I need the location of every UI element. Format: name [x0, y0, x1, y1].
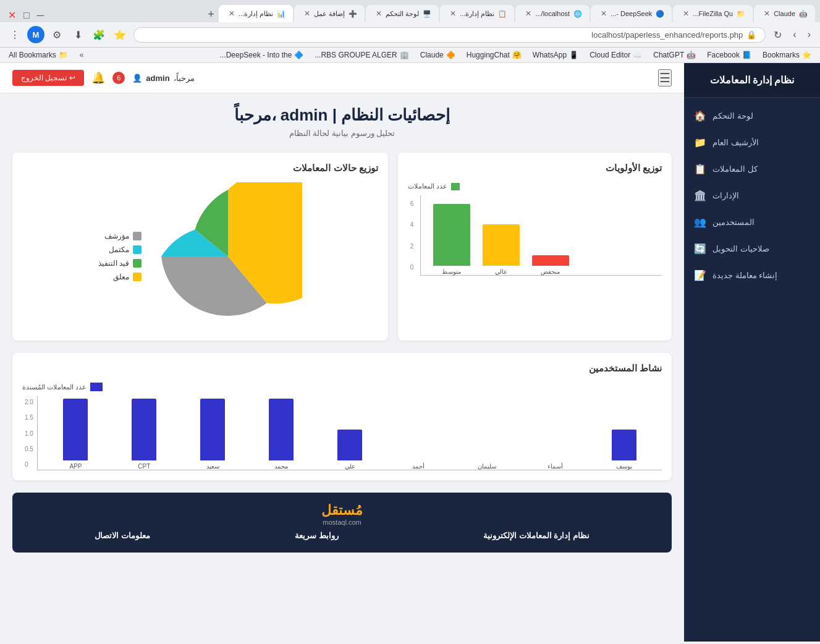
bookmarks-more-button[interactable]: »: [77, 49, 87, 61]
notification-badge[interactable]: 6: [112, 72, 125, 84]
tab-nezam1[interactable]: 📋 نظام إدارة... ✕: [440, 5, 514, 22]
pie-chart-card: توزيع حالات المعاملات: [12, 153, 388, 341]
main-content: إحصائيات النظام | admin ،مرحباً تحليل ور…: [0, 93, 684, 642]
tab-filezilla[interactable]: 📁 FileZilla Qu... ✕: [673, 5, 753, 22]
legend-color-green: [451, 183, 460, 190]
tab-close[interactable]: ✕: [601, 9, 607, 18]
priority-chart-title: توزيع الأولويات: [408, 163, 662, 174]
activity-bar-ali: علي: [318, 430, 382, 470]
bar-group-high: عالي: [483, 224, 520, 275]
bookmark-whatsapp[interactable]: 📱 WhatsApp: [530, 49, 581, 61]
departments-icon: 🏛️: [694, 190, 706, 201]
tab-claude[interactable]: 🤖 Claude ✕: [754, 5, 815, 22]
forward-button[interactable]: ›: [790, 28, 799, 41]
bookmark-facebook[interactable]: 📘 Facebook: [704, 49, 754, 61]
users-icon: 👥: [694, 216, 706, 228]
tab-close[interactable]: ✕: [304, 9, 310, 18]
legend-item-archived: مؤرشف: [98, 232, 142, 240]
star-icon: ⭐: [802, 51, 811, 59]
footer-col1: نظام إدارة المعاملات الإلكترونية: [483, 531, 590, 543]
bookmark-huggingchat[interactable]: 🤗 HuggingChat: [464, 49, 524, 61]
activity-bar-APP: APP: [44, 399, 108, 470]
pie-chart-container: مؤرشف مكتمل قيد التنفيذ: [22, 182, 378, 331]
bookmark-claude[interactable]: 🔶 Claude: [418, 49, 458, 61]
extensions-button[interactable]: ⭐: [111, 26, 129, 43]
main-area: ☰ مرحباً، admin 👤 6 🔔 ↩ تسجيل الخروج: [0, 63, 684, 642]
toolbar-icons: ⭐ 🧩 ⬇ ⚙ M ⋮: [6, 26, 129, 43]
download-button[interactable]: ⬇: [69, 26, 87, 43]
tab-add[interactable]: ➕ إضافة عمل ✕: [294, 5, 365, 22]
page-header: إحصائيات النظام | admin ،مرحباً تحليل ور…: [12, 106, 672, 138]
maximize-button[interactable]: □: [20, 9, 33, 22]
logout-button[interactable]: ↩ تسجيل الخروج: [12, 70, 84, 86]
bookmark-cloudeditor[interactable]: ☁️ Cloud Editor: [587, 49, 645, 61]
sidebar-item-new-transaction[interactable]: إنشاء معاملة جديدة 📝: [684, 262, 820, 289]
tab-favicon: 🌐: [573, 10, 582, 18]
settings-button[interactable]: ⚙: [48, 26, 66, 43]
bar-ali: [337, 430, 362, 460]
bell-icon[interactable]: 🔔: [91, 71, 105, 85]
logout-icon: ↩: [69, 74, 75, 82]
activity-bar-youssef: يوسف: [592, 430, 656, 470]
tab-dashboard[interactable]: 🖥️ لوحة التحكم ✕: [366, 5, 439, 22]
new-tab-button[interactable]: +: [205, 7, 218, 22]
reload-button[interactable]: ↻: [771, 28, 785, 42]
bar-cpt: [132, 399, 156, 460]
sidebar-item-all-transactions[interactable]: كل المعاملات 📋: [684, 156, 820, 182]
bar-group-medium: متوسط: [433, 204, 470, 275]
extensions2-button[interactable]: 🧩: [90, 26, 108, 43]
whatsapp-icon: 📱: [569, 51, 578, 59]
tab-favicon: 📊: [277, 10, 285, 18]
sidebar-item-dashboard[interactable]: لوحة التحكم 🏠: [684, 103, 820, 129]
activity-y-labels: 0 0.5 1.0 1.5 2.0: [22, 396, 37, 470]
tab-deepseek1[interactable]: 🔵 DeepSeek -... ✕: [591, 5, 672, 22]
claude-icon: 🔶: [446, 51, 455, 59]
bookmark-rbs[interactable]: 🏢 RBS GROUPE ALGER...: [312, 49, 411, 61]
y-axis-labels: 0 2 4 6: [408, 195, 420, 276]
tab-close[interactable]: ✕: [229, 9, 235, 18]
close-button[interactable]: ✕: [5, 8, 19, 22]
hamburger-button[interactable]: ☰: [658, 69, 672, 87]
sidebar-item-departments[interactable]: الإدارات 🏛️: [684, 182, 820, 209]
tab-favicon: 🖥️: [423, 10, 431, 18]
tab-close[interactable]: ✕: [525, 9, 531, 18]
legend-color-green2: [133, 259, 142, 268]
pie-legend: مؤرشف مكتمل قيد التنفيذ: [98, 232, 142, 281]
bar-chart-legend: عدد المعاملات: [408, 182, 662, 190]
tab-favicon: 📋: [498, 10, 507, 18]
tab-close[interactable]: ✕: [764, 9, 770, 18]
tab-reports[interactable]: 📊 نظام إدارة... ✕: [219, 5, 293, 22]
page-title: إحصائيات النظام | admin ،مرحباً: [12, 106, 672, 125]
sidebar-item-archive[interactable]: الأرشيف العام 📁: [684, 129, 820, 156]
sidebar-header: نظام إدارة المعاملات: [684, 63, 820, 98]
back-button[interactable]: ‹: [805, 28, 814, 41]
home-icon: 🏠: [694, 110, 706, 122]
facebook-icon: 📘: [742, 51, 751, 59]
tab-favicon: 🔵: [656, 10, 664, 18]
bar-high: [483, 224, 520, 266]
sidebar-item-users[interactable]: المستخدمين 👥: [684, 209, 820, 235]
address-bar[interactable]: 🔒 localhost/paperless_enhanced/reports.p…: [133, 27, 766, 43]
tab-favicon: 📁: [737, 10, 745, 18]
menu-button[interactable]: ⋮: [6, 26, 23, 43]
footer-logo-en: mostaql.com: [22, 519, 662, 526]
minimize-button[interactable]: ─: [34, 9, 47, 22]
activity-bar-CPT: CPT: [112, 399, 176, 470]
all-bookmarks[interactable]: 📁 All Bookmarks: [6, 49, 70, 61]
tab-close[interactable]: ✕: [683, 9, 689, 18]
tab-close[interactable]: ✕: [450, 9, 456, 18]
activity-chart-title: نشاط المستخدمين: [22, 363, 662, 374]
activity-bar-asma: أسماء: [523, 460, 587, 470]
sidebar-item-permissions[interactable]: صلاحيات التحويل 🔄: [684, 235, 820, 262]
transfer-icon: 🔄: [694, 243, 706, 255]
activity-legend-color: [90, 383, 103, 391]
top-nav-right: مرحباً، admin 👤 6 🔔 ↩ تسجيل الخروج: [12, 70, 195, 86]
bookmark-bookmarks[interactable]: ⭐ Bookmarks: [760, 49, 814, 61]
bookmark-chatgpt[interactable]: 🤖 ChatGPT: [651, 49, 698, 61]
tab-localhost[interactable]: 🌐 localhost/... ✕: [515, 5, 590, 22]
profile-avatar[interactable]: M: [27, 26, 44, 43]
folder-icon: 📁: [59, 51, 68, 59]
bookmark-deepseek[interactable]: 🔷 DeepSeek - Into the...: [218, 49, 306, 61]
activity-bar-saeed: سعيد: [181, 399, 245, 470]
tab-close[interactable]: ✕: [376, 9, 382, 18]
